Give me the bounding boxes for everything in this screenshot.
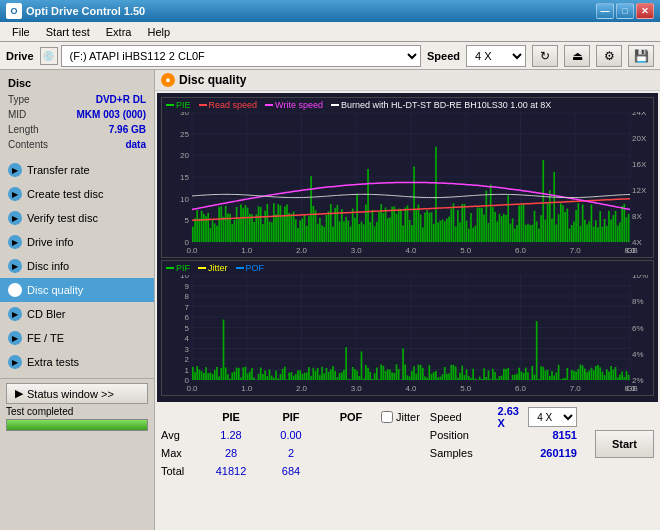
minimize-button[interactable]: — <box>596 3 614 19</box>
legend-burned-with: Burned with HL-DT-ST BD-RE BH10LS30 1.00… <box>331 100 551 110</box>
length-label: Length <box>8 122 39 137</box>
disc-info-table: Type DVD+R DL MID MKM 003 (000) Length 7… <box>0 92 154 158</box>
speed-label: Speed <box>427 50 460 62</box>
sidebar-item-cd-bler[interactable]: ▶ CD Bler <box>0 302 154 326</box>
extra-tests-icon: ▶ <box>8 355 22 369</box>
lower-chart-canvas <box>162 275 650 395</box>
upper-chart-canvas <box>162 112 650 257</box>
mid-label: MID <box>8 107 26 122</box>
position-value: 8151 <box>552 429 576 441</box>
test-completed-section: Test completed <box>6 406 148 431</box>
sidebar-item-disc-quality[interactable]: ▶ Disc quality <box>0 278 154 302</box>
upper-chart-legend: PIE Read speed Write speed Burned with H… <box>162 98 653 112</box>
avg-pie: 1.28 <box>201 429 261 441</box>
disc-info-icon: ▶ <box>8 259 22 273</box>
sidebar-item-fe-te[interactable]: ▶ FE / TE <box>0 326 154 350</box>
stats-area: PIE PIF POF Jitter Avg 1.28 0.00 <box>155 404 660 484</box>
settings-button[interactable]: ⚙ <box>596 45 622 67</box>
menu-help[interactable]: Help <box>139 24 178 40</box>
sidebar-item-transfer-rate[interactable]: ▶ Transfer rate <box>0 158 154 182</box>
content-area: ● Disc quality PIE Read speed <box>155 70 660 530</box>
max-pie: 28 <box>201 447 261 459</box>
total-pif: 684 <box>261 465 321 477</box>
transfer-rate-icon: ▶ <box>8 163 22 177</box>
length-value: 7.96 GB <box>109 122 146 137</box>
disc-quality-header: ● Disc quality <box>155 70 660 91</box>
max-pif: 2 <box>261 447 321 459</box>
legend-write-speed: Write speed <box>265 100 323 110</box>
sidebar-item-disc-info[interactable]: ▶ Disc info <box>0 254 154 278</box>
sidebar-item-extra-tests[interactable]: ▶ Extra tests <box>0 350 154 374</box>
disc-quality-header-icon: ● <box>161 73 175 87</box>
sidebar: Disc Type DVD+R DL MID MKM 003 (000) Len… <box>0 70 155 530</box>
drive-icon: 💿 <box>40 47 58 65</box>
jitter-checkbox[interactable] <box>381 411 393 423</box>
refresh-button[interactable]: ↻ <box>532 45 558 67</box>
pie-header: PIE <box>201 411 261 423</box>
drive-label: Drive <box>6 50 34 62</box>
speed-value: 2.63 X <box>498 405 529 429</box>
speed-select[interactable]: 4 X <box>466 45 526 67</box>
disc-quality-title: Disc quality <box>179 73 246 87</box>
eject-button[interactable]: ⏏ <box>564 45 590 67</box>
charts-area: PIE Read speed Write speed Burned with H… <box>157 93 658 402</box>
menu-extra[interactable]: Extra <box>98 24 140 40</box>
samples-row: Samples 260119 <box>430 444 577 462</box>
lower-chart-container: PIF Jitter POF <box>161 260 654 396</box>
disc-quality-icon: ▶ <box>8 283 22 297</box>
contents-value: data <box>125 137 146 152</box>
contents-label: Contents <box>8 137 48 152</box>
lower-chart-legend: PIF Jitter POF <box>162 261 653 275</box>
app-title: Opti Drive Control 1.50 <box>26 5 594 17</box>
stats-total-row: Total 41812 684 <box>161 462 420 480</box>
legend-read-speed: Read speed <box>199 100 258 110</box>
menu-file[interactable]: File <box>4 24 38 40</box>
mid-value: MKM 003 (000) <box>77 107 146 122</box>
legend-pof: POF <box>236 263 265 273</box>
stats-table: PIE PIF POF Jitter Avg 1.28 0.00 <box>161 408 420 480</box>
avg-pif: 0.00 <box>261 429 321 441</box>
verify-test-disc-icon: ▶ <box>8 211 22 225</box>
drivebar: Drive 💿 (F:) ATAPI iHBS112 2 CL0F Speed … <box>0 42 660 70</box>
close-button[interactable]: ✕ <box>636 3 654 19</box>
samples-value: 260119 <box>540 447 577 459</box>
menu-start-test[interactable]: Start test <box>38 24 98 40</box>
main-area: Disc Type DVD+R DL MID MKM 003 (000) Len… <box>0 70 660 530</box>
type-label: Type <box>8 92 30 107</box>
upper-chart-container: PIE Read speed Write speed Burned with H… <box>161 97 654 258</box>
maximize-button[interactable]: □ <box>616 3 634 19</box>
stats-header-row: PIE PIF POF Jitter <box>161 408 420 426</box>
start-button[interactable]: Start <box>595 430 654 458</box>
cd-bler-icon: ▶ <box>8 307 22 321</box>
status-window-button[interactable]: ▶ Status window >> <box>6 383 148 404</box>
create-test-disc-icon: ▶ <box>8 187 22 201</box>
drive-select[interactable]: (F:) ATAPI iHBS112 2 CL0F <box>61 45 421 67</box>
legend-pie: PIE <box>166 100 191 110</box>
sidebar-item-create-test-disc[interactable]: ▶ Create test disc <box>0 182 154 206</box>
sidebar-item-drive-info[interactable]: ▶ Drive info <box>0 230 154 254</box>
save-button[interactable]: 💾 <box>628 45 654 67</box>
menubar: File Start test Extra Help <box>0 22 660 42</box>
sidebar-item-verify-test-disc[interactable]: ▶ Verify test disc <box>0 206 154 230</box>
pif-header: PIF <box>261 411 321 423</box>
total-pie: 41812 <box>201 465 261 477</box>
pof-header: POF <box>321 411 381 423</box>
stats-right: Speed 2.63 X 4 X Position 8151 Samples 2… <box>430 408 577 480</box>
speed-row: Speed 2.63 X 4 X <box>430 408 577 426</box>
legend-pif: PIF <box>166 263 190 273</box>
drive-info-icon: ▶ <box>8 235 22 249</box>
disc-section-header: Disc <box>0 74 154 92</box>
test-progress-fill <box>7 420 147 430</box>
legend-jitter: Jitter <box>198 263 228 273</box>
sidebar-divider <box>0 378 154 379</box>
type-value: DVD+R DL <box>96 92 146 107</box>
stats-avg-row: Avg 1.28 0.00 <box>161 426 420 444</box>
app-icon: O <box>6 3 22 19</box>
status-window-icon: ▶ <box>15 387 23 400</box>
stats-max-row: Max 28 2 <box>161 444 420 462</box>
fe-te-icon: ▶ <box>8 331 22 345</box>
titlebar: O Opti Drive Control 1.50 — □ ✕ <box>0 0 660 22</box>
stats-speed-select[interactable]: 4 X <box>528 407 577 427</box>
test-progress-bar <box>6 419 148 431</box>
jitter-checkbox-group: Jitter <box>381 411 420 423</box>
